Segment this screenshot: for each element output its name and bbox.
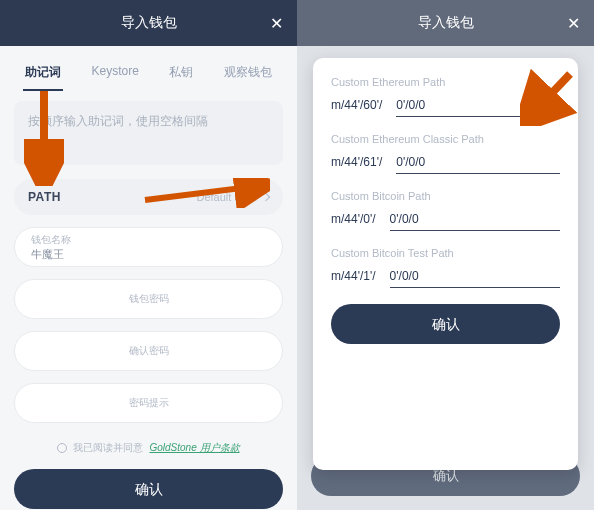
path-label: PATH — [28, 190, 61, 204]
confirm-button[interactable]: 确认 — [14, 469, 283, 509]
path-value: Default Path — [196, 191, 269, 203]
path-group-ethereum: Custom Ethereum Path m/44'/60'/ 0'/0/0 — [331, 76, 560, 117]
tab-mnemonic[interactable]: 助记词 — [23, 58, 63, 91]
password-hint-field[interactable]: 密码提示 — [14, 383, 283, 423]
field-label: 确认密码 — [129, 344, 169, 358]
tab-private-key[interactable]: 私钥 — [167, 58, 195, 91]
path-group-bitcoin: Custom Bitcoin Path m/44'/0'/ 0'/0/0 — [331, 190, 560, 231]
path-group-bitcoin-test: Custom Bitcoin Test Path m/44'/1'/ 0'/0/… — [331, 247, 560, 288]
terms-row[interactable]: 我已阅读并同意 GoldStone 用户条款 — [14, 441, 283, 455]
checkbox-icon[interactable] — [57, 443, 67, 453]
page-title: 导入钱包 — [418, 14, 474, 32]
header: 导入钱包 ✕ — [0, 0, 297, 46]
mnemonic-placeholder: 按顺序输入助记词，使用空格间隔 — [28, 114, 208, 128]
path-prefix: m/44'/60'/ — [331, 98, 382, 117]
path-group-title: Custom Ethereum Classic Path — [331, 133, 560, 145]
path-prefix: m/44'/1'/ — [331, 269, 376, 288]
path-suffix-input[interactable]: 0'/0/0 — [396, 98, 560, 117]
path-suffix-input[interactable]: 0'/0/0 — [396, 155, 560, 174]
path-confirm-button[interactable]: 确认 — [331, 304, 560, 344]
tabs: 助记词 Keystore 私钥 观察钱包 — [0, 46, 297, 91]
path-group-title: Custom Bitcoin Path — [331, 190, 560, 202]
field-label: 钱包名称 — [31, 233, 266, 247]
path-modal: Custom Ethereum Path m/44'/60'/ 0'/0/0 C… — [313, 58, 578, 470]
confirm-password-field[interactable]: 确认密码 — [14, 331, 283, 371]
wallet-name-field[interactable]: 钱包名称 牛魔王 — [14, 227, 283, 267]
path-suffix-input[interactable]: 0'/0/0 — [390, 212, 560, 231]
path-prefix: m/44'/61'/ — [331, 155, 382, 174]
path-group-title: Custom Ethereum Path — [331, 76, 560, 88]
chevron-right-icon — [262, 193, 270, 201]
close-icon[interactable]: ✕ — [567, 14, 580, 33]
tab-watch-wallet[interactable]: 观察钱包 — [222, 58, 274, 91]
terms-link[interactable]: GoldStone 用户条款 — [149, 441, 239, 455]
left-screen: 导入钱包 ✕ 助记词 Keystore 私钥 观察钱包 按顺序输入助记词，使用空… — [0, 0, 297, 510]
right-screen: 导入钱包 ✕ 助记词 Keystore 私钥 观察钱包 确认 Custom Et… — [297, 0, 594, 510]
close-icon[interactable]: ✕ — [270, 14, 283, 33]
page-title: 导入钱包 — [121, 14, 177, 32]
path-prefix: m/44'/0'/ — [331, 212, 376, 231]
wallet-password-field[interactable]: 钱包密码 — [14, 279, 283, 319]
header: 导入钱包 ✕ — [297, 0, 594, 46]
path-group-title: Custom Bitcoin Test Path — [331, 247, 560, 259]
field-label: 钱包密码 — [129, 292, 169, 306]
mnemonic-input[interactable]: 按顺序输入助记词，使用空格间隔 — [14, 101, 283, 165]
path-group-etc: Custom Ethereum Classic Path m/44'/61'/ … — [331, 133, 560, 174]
field-value: 牛魔王 — [31, 247, 266, 262]
path-suffix-input[interactable]: 0'/0/0 — [390, 269, 560, 288]
tab-keystore[interactable]: Keystore — [90, 58, 141, 91]
content: 按顺序输入助记词，使用空格间隔 PATH Default Path 钱包名称 牛… — [0, 91, 297, 455]
path-row[interactable]: PATH Default Path — [14, 179, 283, 215]
terms-prefix: 我已阅读并同意 — [73, 441, 143, 455]
field-label: 密码提示 — [129, 396, 169, 410]
